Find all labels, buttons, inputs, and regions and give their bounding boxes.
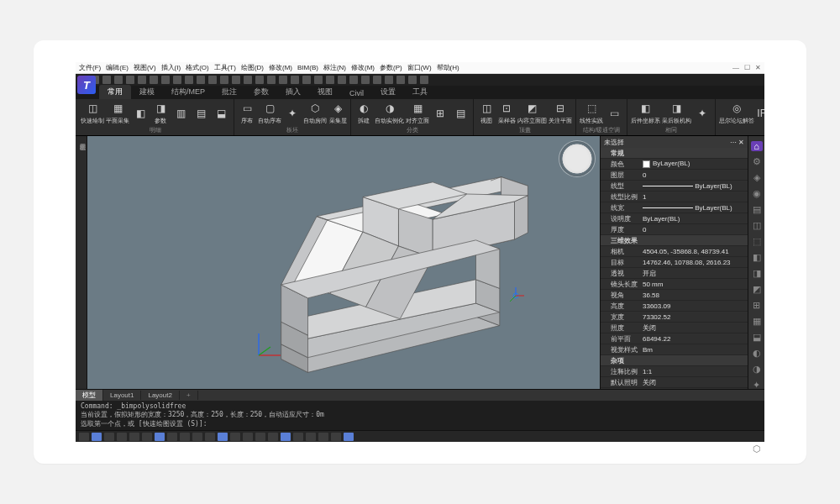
rail-icon[interactable]: ⬓ <box>751 332 763 343</box>
prop-row[interactable]: 默认照明关闭 <box>601 377 748 388</box>
ribbon-button[interactable]: ◩内容立面图 <box>517 101 547 125</box>
ribbon-button[interactable]: ▭序布 <box>238 101 256 125</box>
prop-row[interactable]: 视角36.58 <box>601 290 748 301</box>
status-toggle[interactable] <box>268 433 278 441</box>
gizmo-icon[interactable] <box>506 286 526 307</box>
ribbon-button[interactable]: ✦ <box>283 106 302 121</box>
rail-icon[interactable]: ◩ <box>751 284 763 295</box>
close-icon[interactable]: ✕ <box>755 64 761 71</box>
quick-icon[interactable] <box>161 76 170 84</box>
rail-icon[interactable]: ◧ <box>751 252 763 263</box>
rail-icon[interactable]: ◉ <box>751 188 763 199</box>
status-toggle[interactable] <box>306 433 316 441</box>
rail-icon[interactable]: ◐ <box>751 348 763 359</box>
status-toggle[interactable] <box>79 433 89 441</box>
status-toggle[interactable] <box>293 433 303 441</box>
ribbon-button[interactable]: ◨参数 <box>151 101 170 125</box>
ribbon-button[interactable]: ▢自动序布 <box>258 101 281 125</box>
minimize-icon[interactable]: — <box>732 64 739 71</box>
rail-icon[interactable]: ▦ <box>751 316 763 327</box>
status-toggle[interactable] <box>155 433 165 441</box>
quick-icon[interactable] <box>150 76 158 84</box>
menu-item[interactable]: 绘图(D) <box>241 63 264 72</box>
ribbon-tab[interactable]: 批注 <box>213 85 245 99</box>
layout-tab[interactable]: Layout1 <box>103 391 141 400</box>
left-panel-strip[interactable]: 图层状态栏 <box>76 136 87 389</box>
ribbon-button[interactable]: ▦平面采集 <box>106 101 129 125</box>
ribbon-tab[interactable]: 结构/MEP <box>163 85 213 99</box>
ribbon-button[interactable]: ◎思尔论坛解答 <box>719 101 754 125</box>
menu-item[interactable]: 文件(F) <box>79 63 101 72</box>
rail-icon[interactable]: ⊞ <box>751 300 763 311</box>
status-toggle[interactable] <box>142 433 152 441</box>
quick-icon[interactable] <box>220 76 228 84</box>
menu-item[interactable]: 修改(M) <box>269 63 292 72</box>
quick-icon[interactable] <box>102 76 111 84</box>
status-toggle[interactable] <box>230 433 240 441</box>
menu-item[interactable]: 标注(N) <box>323 63 346 72</box>
status-toggle[interactable] <box>192 433 202 441</box>
quick-icon[interactable] <box>267 76 276 84</box>
ribbon-button[interactable]: ◧后件坐标系 <box>631 101 660 125</box>
status-toggle[interactable] <box>180 433 190 441</box>
prop-row[interactable]: 前平面68494.22 <box>601 333 748 344</box>
menu-item[interactable]: 参数(P) <box>380 63 402 72</box>
status-toggle[interactable] <box>218 433 228 441</box>
rail-icon[interactable]: ◑ <box>751 364 763 375</box>
status-toggle[interactable] <box>129 433 139 441</box>
prop-row[interactable]: 目标14762.46, 10788.08, 2616.23 <box>601 257 748 268</box>
prop-row[interactable]: 相机4504.05, -35868.8, 48739.41 <box>601 246 748 257</box>
prop-row[interactable]: 线型比例1 <box>601 192 748 202</box>
menu-item[interactable]: 编辑(E) <box>106 63 129 72</box>
prop-row[interactable]: 线宽 ByLayer(BL) <box>601 202 748 213</box>
ribbon-tab[interactable]: 常用 <box>99 85 131 99</box>
ribbon-button[interactable]: ⬓ <box>212 106 230 121</box>
ribbon-button[interactable]: ◨采后板机构 <box>662 101 691 125</box>
panel-menu-icon[interactable]: ⋯ ✕ <box>730 139 744 146</box>
ribbon-tab[interactable]: 工具 <box>404 85 436 99</box>
rail-icon[interactable]: ⬡ <box>751 444 763 454</box>
ribbon-button[interactable]: ▤ <box>451 106 470 121</box>
rail-icon[interactable]: ⚙ <box>751 156 763 167</box>
menu-item[interactable]: 修改(M) <box>351 63 375 72</box>
quick-icon[interactable] <box>326 76 334 84</box>
menu-item[interactable]: BIM(B) <box>297 64 318 71</box>
prop-row[interactable]: 颜色ByLayer(BL) <box>601 159 748 170</box>
3d-viewport[interactable] <box>87 136 600 389</box>
ribbon-button[interactable]: ◫快速绘制 <box>81 101 104 125</box>
add-layout-button[interactable]: + <box>180 391 198 400</box>
quick-icon[interactable] <box>255 76 264 84</box>
quick-icon[interactable] <box>396 76 405 84</box>
prop-row[interactable]: 视觉样式Bm <box>601 344 748 355</box>
menu-item[interactable]: 插入(I) <box>161 63 181 72</box>
quick-icon[interactable] <box>373 76 381 84</box>
prop-row[interactable]: 图层0 <box>601 170 748 181</box>
quick-icon[interactable] <box>314 76 323 84</box>
rail-icon[interactable]: ◈ <box>751 172 763 183</box>
quick-icon[interactable] <box>173 76 181 84</box>
maximize-icon[interactable]: ☐ <box>744 64 750 71</box>
prop-row[interactable]: 宽度73302.52 <box>601 312 748 323</box>
status-toggle[interactable] <box>117 433 127 441</box>
quick-icon[interactable] <box>138 76 146 84</box>
command-line[interactable]: Command: _bimpolysolidfree 当前设置，假拟矩形的宽度：… <box>76 401 764 430</box>
menu-item[interactable]: 视图(V) <box>134 63 156 72</box>
prop-row[interactable]: 注释比例1:1 <box>601 366 748 377</box>
status-toggle[interactable] <box>344 433 354 441</box>
ribbon-button[interactable]: ▦对齐立面 <box>406 101 429 125</box>
status-toggle[interactable] <box>331 433 341 441</box>
prop-row[interactable]: 照度关闭 <box>601 323 748 333</box>
ribbon-button[interactable]: ⊡采样器 <box>497 101 516 125</box>
ribbon-tab[interactable]: 视图 <box>309 85 341 99</box>
status-toggle[interactable] <box>92 433 102 441</box>
quick-icon[interactable] <box>408 76 417 84</box>
ribbon-button[interactable]: ◑自动实例化 <box>375 101 404 125</box>
layout-tab[interactable]: 模型 <box>76 390 103 401</box>
layout-tab[interactable]: Layout2 <box>141 391 179 400</box>
quick-icon[interactable] <box>338 76 346 84</box>
menu-item[interactable]: 帮助(H) <box>437 63 459 72</box>
quick-icon[interactable] <box>114 76 123 84</box>
status-toggle[interactable] <box>255 433 265 441</box>
status-toggle[interactable] <box>318 433 328 441</box>
status-toggle[interactable] <box>205 433 215 441</box>
